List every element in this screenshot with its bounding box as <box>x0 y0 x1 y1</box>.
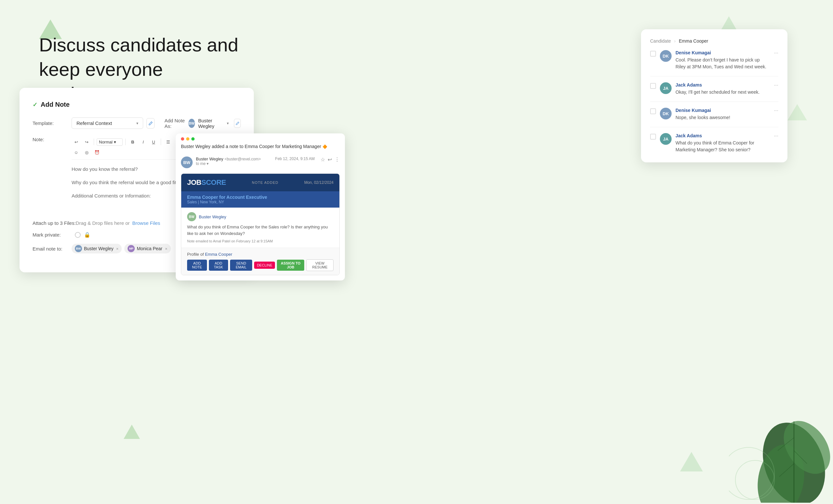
email-body-card: JOBSCORE NOTE ADDED Mon, 02/12/2024 Emma… <box>181 173 340 275</box>
note-added-badge: NOTE ADDED <box>252 181 279 185</box>
discussion-more-4[interactable]: ··· <box>774 133 778 139</box>
template-select[interactable]: Referral Context ▾ <box>72 117 143 129</box>
discussion-avatar-4: JA <box>660 133 672 145</box>
email-sender-avatar: BW <box>181 157 193 168</box>
email-date: Feb 12, 2024, 9:15 AM <box>275 157 315 161</box>
bold-button[interactable]: B <box>128 137 137 146</box>
assign-to-job-button[interactable]: ASSIGN TO JOB <box>277 260 304 271</box>
tag-close-buster[interactable]: × <box>116 246 119 251</box>
toolbar-separator-3 <box>161 139 161 145</box>
discussion-more-3[interactable]: ··· <box>774 108 778 114</box>
send-email-button[interactable]: SEND EMAIL <box>230 260 253 271</box>
leaf-decoration <box>729 366 833 504</box>
window-controls <box>176 134 345 143</box>
view-resume-button[interactable]: VIEW RESUME <box>306 259 334 271</box>
email-meta: Buster Wegley <buster@revel.com> to me ▾ <box>196 157 272 166</box>
candidate-name[interactable]: Emma Cooper for Account Executive <box>187 195 334 200</box>
attach-zone: Drag & Drop files here or Browse Files <box>76 220 161 226</box>
breadcrumb-separator: › <box>674 39 676 44</box>
decline-button[interactable]: DECLINE <box>254 262 275 269</box>
template-row: Template: Referral Context ▾ Add Note As… <box>32 117 241 129</box>
discussion-author-2[interactable]: Jack Adams <box>675 82 770 88</box>
discussion-item-1: DK Denise Kumagai Cool. Please don't for… <box>650 50 778 76</box>
drag-drop-text: Drag & Drop files here or <box>76 220 130 226</box>
email-subject-icon: 🔶 <box>323 144 327 149</box>
email-tag-buster: BW Buster Wegley × <box>72 244 122 254</box>
note-date: Mon, 02/12/2024 <box>304 180 334 185</box>
profile-name-link[interactable]: Emma Cooper <box>205 252 232 257</box>
jobscore-header: JOBSCORE NOTE ADDED Mon, 02/12/2024 <box>181 174 339 191</box>
jobscore-logo: JOBSCORE <box>187 178 226 187</box>
profile-title: Profile of Emma Cooper <box>187 252 334 257</box>
email-note-label: Email note to: <box>32 246 72 251</box>
triangle-bottom-left <box>124 425 140 439</box>
add-note-as-edit-button[interactable] <box>234 119 241 128</box>
font-size-chevron-icon: ▾ <box>114 140 116 144</box>
italic-button[interactable]: I <box>139 137 148 146</box>
maximize-dot[interactable] <box>191 137 195 141</box>
discussion-content-3: Denise Kumagai Nope, she looks awesome! <box>675 108 770 121</box>
discussion-checkbox-2[interactable] <box>650 83 656 89</box>
discussion-checkbox-3[interactable] <box>650 109 656 114</box>
discussion-content-1: Denise Kumagai Cool. Please don't forget… <box>675 50 770 70</box>
email-sender-name: Buster Wegley <buster@revel.com> <box>196 157 272 161</box>
breadcrumb-root[interactable]: Candidate <box>650 39 671 44</box>
star-button[interactable]: ☆ <box>320 157 325 163</box>
action-buttons-row: ADD NOTE ADD TASK SEND EMAIL DECLINE ASS… <box>187 259 334 271</box>
svg-line-4 <box>778 438 794 451</box>
email-body-content: BW Buster Wegley What do you think of Em… <box>181 208 339 248</box>
email-to-text: to me ▾ <box>196 161 272 166</box>
triangle-mid-right <box>787 104 807 120</box>
add-note-as-label: Add Note As: <box>164 118 185 129</box>
breadcrumb: Candidate › Emma Cooper <box>650 39 778 44</box>
email-sender-email: <buster@revel.com> <box>224 157 261 161</box>
card-title-text: Add Note <box>41 101 70 109</box>
browse-files-link[interactable]: Browse Files <box>132 220 160 226</box>
svg-point-2 <box>774 412 833 482</box>
reply-button[interactable]: ↩ <box>328 157 332 163</box>
minimize-dot[interactable] <box>186 137 189 141</box>
close-dot[interactable] <box>181 137 184 141</box>
email-action-buttons: ☆ ↩ ⋮ <box>320 157 340 163</box>
tag-close-monica[interactable]: × <box>165 246 168 251</box>
discussion-author-3[interactable]: Denise Kumagai <box>675 108 770 113</box>
candidate-sub: Sales | New York, NY <box>187 200 334 204</box>
discussion-checkbox-4[interactable] <box>650 134 656 140</box>
undo-button[interactable]: ↩ <box>72 137 81 146</box>
emoji-button[interactable]: ☺ <box>72 148 81 157</box>
triangle-bottom-right <box>680 452 703 472</box>
commenter-avatar: BW <box>187 212 196 221</box>
redo-button[interactable]: ↪ <box>82 137 91 146</box>
emoji2-button[interactable]: ◎ <box>82 148 91 157</box>
discussion-author-4[interactable]: Jack Adams <box>675 133 770 138</box>
more-button[interactable]: ⋮ <box>334 157 340 163</box>
email-subject: Buster Wegley added a note to Emma Coope… <box>176 143 345 154</box>
font-size-select[interactable]: Normal ▾ <box>97 138 123 146</box>
svg-point-1 <box>752 441 810 503</box>
add-note-as-name: Buster Wegley <box>198 118 221 129</box>
underline-button[interactable]: U <box>149 137 158 146</box>
svg-line-5 <box>794 451 807 464</box>
font-size-value: Normal <box>99 140 113 144</box>
align-button[interactable]: ☰ <box>164 137 173 146</box>
mark-private-label: Mark private: <box>32 232 72 238</box>
discussion-text-1: Cool. Please don't forget I have to pick… <box>675 56 770 70</box>
mark-private-radio[interactable] <box>75 232 81 238</box>
discussion-checkbox-1[interactable] <box>650 51 656 56</box>
card-title: ✓ Add Note <box>32 101 241 109</box>
discussion-author-1[interactable]: Denise Kumagai <box>675 50 770 55</box>
discussion-more-2[interactable]: ··· <box>774 82 778 88</box>
discussion-more-1[interactable]: ··· <box>774 50 778 56</box>
discussion-item-3: DK Denise Kumagai Nope, she looks awesom… <box>650 108 778 127</box>
discussion-avatar-3: DK <box>660 108 672 119</box>
discussion-text-2: Okay, I'll get her scheduled for next we… <box>675 89 770 96</box>
svg-line-6 <box>779 464 794 477</box>
add-task-button[interactable]: ADD TASK <box>209 260 228 271</box>
template-edit-button[interactable] <box>146 118 154 128</box>
commenter-row: BW Buster Wegley <box>187 212 334 221</box>
chevron-down-icon: ▾ <box>136 121 138 126</box>
discussion-avatar-1: DK <box>660 50 672 62</box>
clock-button[interactable]: ⏰ <box>92 148 101 157</box>
tag-name-buster: Buster Wegley <box>84 246 114 251</box>
add-note-button[interactable]: ADD NOTE <box>187 260 207 271</box>
